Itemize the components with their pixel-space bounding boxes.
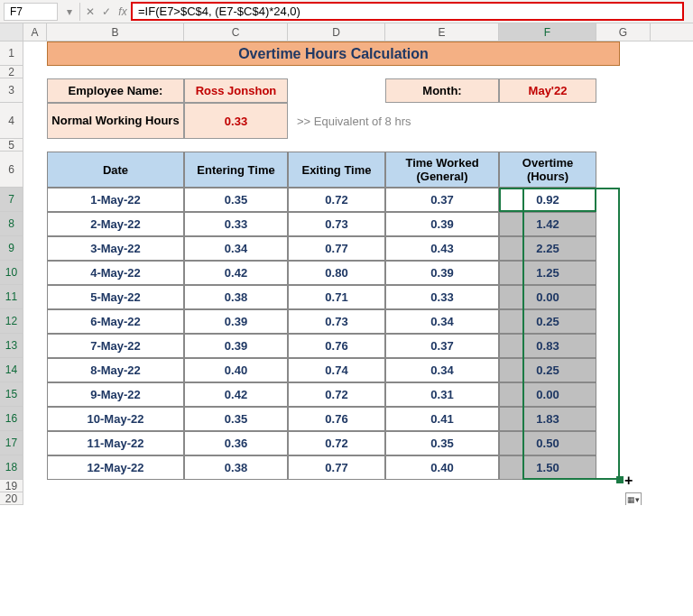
cell-worked[interactable]: 0.39 — [385, 212, 499, 236]
cell-date[interactable]: 11-May-22 — [47, 431, 184, 455]
col-header-D[interactable]: D — [288, 23, 385, 41]
cell-worked[interactable]: 0.43 — [385, 236, 499, 261]
cell-exiting[interactable]: 0.77 — [288, 236, 385, 261]
cell-exiting[interactable]: 0.73 — [288, 212, 385, 236]
row-header[interactable]: 13 — [0, 334, 23, 358]
row-header[interactable]: 1 — [0, 41, 23, 66]
row-header[interactable]: 17 — [0, 431, 23, 455]
cell-entering[interactable]: 0.42 — [184, 382, 288, 407]
autofill-options-button[interactable]: ▦▾ — [625, 492, 642, 505]
col-header-E[interactable]: E — [385, 23, 499, 41]
row-header[interactable]: 5 — [0, 139, 23, 152]
cell-exiting[interactable]: 0.72 — [288, 382, 385, 407]
employee-name-value[interactable]: Ross Jonshon — [184, 78, 288, 103]
cell-overtime[interactable]: 1.25 — [499, 261, 596, 285]
cell-entering[interactable]: 0.39 — [184, 309, 288, 334]
cell-entering[interactable]: 0.39 — [184, 334, 288, 358]
col-header-C[interactable]: C — [184, 23, 288, 41]
row-header[interactable]: 16 — [0, 407, 23, 431]
cell-exiting[interactable]: 0.74 — [288, 358, 385, 382]
cell-overtime[interactable]: 0.25 — [499, 309, 596, 334]
cell-date[interactable]: 5-May-22 — [47, 285, 184, 309]
row-header[interactable]: 15 — [0, 382, 23, 407]
row-header[interactable]: 12 — [0, 309, 23, 334]
cell-date[interactable]: 2-May-22 — [47, 212, 184, 236]
cell-overtime[interactable]: 0.00 — [499, 382, 596, 407]
col-header-F[interactable]: F — [499, 23, 596, 41]
row-header[interactable]: 6 — [0, 152, 23, 188]
cell-entering[interactable]: 0.38 — [184, 455, 288, 480]
row-header[interactable]: 19 — [0, 480, 23, 492]
cell-overtime[interactable]: 1.50 — [499, 455, 596, 480]
cell-worked[interactable]: 0.40 — [385, 455, 499, 480]
month-value[interactable]: May'22 — [499, 78, 596, 103]
fx-icon[interactable]: fx — [115, 5, 131, 18]
cell-entering[interactable]: 0.36 — [184, 431, 288, 455]
cell-entering[interactable]: 0.40 — [184, 358, 288, 382]
col-header-A[interactable]: A — [23, 23, 47, 41]
row-header[interactable]: 8 — [0, 212, 23, 236]
cell-worked[interactable]: 0.31 — [385, 382, 499, 407]
row-header[interactable]: 7 — [0, 188, 23, 212]
normal-hours-value[interactable]: 0.33 — [184, 103, 288, 139]
check-icon[interactable]: ✓ — [98, 5, 115, 18]
cell-date[interactable]: 7-May-22 — [47, 334, 184, 358]
cell-worked[interactable]: 0.37 — [385, 188, 499, 212]
cell-overtime[interactable]: 0.83 — [499, 334, 596, 358]
cell-entering[interactable]: 0.38 — [184, 285, 288, 309]
select-all-corner[interactable] — [0, 23, 23, 41]
cell-entering[interactable]: 0.35 — [184, 407, 288, 431]
cell-date[interactable]: 1-May-22 — [47, 188, 184, 212]
cell-exiting[interactable]: 0.71 — [288, 285, 385, 309]
row-header[interactable]: 9 — [0, 236, 23, 261]
cell-date[interactable]: 12-May-22 — [47, 455, 184, 480]
cell-exiting[interactable]: 0.73 — [288, 309, 385, 334]
cell-exiting[interactable]: 0.72 — [288, 431, 385, 455]
cell-date[interactable]: 3-May-22 — [47, 236, 184, 261]
cell-exiting[interactable]: 0.72 — [288, 188, 385, 212]
cell-exiting[interactable]: 0.77 — [288, 455, 385, 480]
cell-exiting[interactable]: 0.76 — [288, 334, 385, 358]
formula-input[interactable]: =IF(E7>$C$4, (E7-$C$4)*24,0) — [131, 2, 684, 21]
cell-entering[interactable]: 0.42 — [184, 261, 288, 285]
cell-date[interactable]: 4-May-22 — [47, 261, 184, 285]
row-header[interactable]: 3 — [0, 78, 23, 103]
th-entering[interactable]: Entering Time — [184, 152, 288, 188]
cell-overtime[interactable]: 2.25 — [499, 236, 596, 261]
col-header-G[interactable]: G — [596, 23, 651, 41]
row-header[interactable]: 10 — [0, 261, 23, 285]
cell-entering[interactable]: 0.33 — [184, 212, 288, 236]
cell-overtime[interactable]: 1.83 — [499, 407, 596, 431]
row-header[interactable]: 4 — [0, 103, 23, 139]
col-header-B[interactable]: B — [47, 23, 184, 41]
dropdown-icon[interactable]: ▾ — [61, 5, 78, 18]
cell-exiting[interactable]: 0.76 — [288, 407, 385, 431]
th-overtime[interactable]: Overtime (Hours) — [499, 152, 596, 188]
cell-worked[interactable]: 0.34 — [385, 358, 499, 382]
cell-overtime[interactable]: 0.50 — [499, 431, 596, 455]
cell-overtime[interactable]: 0.25 — [499, 358, 596, 382]
cell-worked[interactable]: 0.37 — [385, 334, 499, 358]
cell-entering[interactable]: 0.35 — [184, 188, 288, 212]
row-header[interactable]: 14 — [0, 358, 23, 382]
cell-date[interactable]: 10-May-22 — [47, 407, 184, 431]
row-header[interactable]: 18 — [0, 455, 23, 480]
cell-date[interactable]: 9-May-22 — [47, 382, 184, 407]
row-header[interactable]: 11 — [0, 285, 23, 309]
cell-worked[interactable]: 0.39 — [385, 261, 499, 285]
cell-overtime[interactable]: 0.00 — [499, 285, 596, 309]
cell-worked[interactable]: 0.35 — [385, 431, 499, 455]
fill-handle[interactable] — [616, 476, 624, 483]
cell-worked[interactable]: 0.34 — [385, 309, 499, 334]
cell-overtime[interactable]: 0.92 — [499, 188, 596, 212]
th-worked[interactable]: Time Worked (General) — [385, 152, 499, 188]
cancel-icon[interactable]: ✕ — [82, 5, 98, 18]
cell-worked[interactable]: 0.33 — [385, 285, 499, 309]
row-header[interactable]: 2 — [0, 66, 23, 78]
cell-overtime[interactable]: 1.42 — [499, 212, 596, 236]
cell-date[interactable]: 6-May-22 — [47, 309, 184, 334]
row-header[interactable]: 20 — [0, 492, 23, 505]
th-exiting[interactable]: Exiting Time — [288, 152, 385, 188]
cell-worked[interactable]: 0.41 — [385, 407, 499, 431]
th-date[interactable]: Date — [47, 152, 184, 188]
